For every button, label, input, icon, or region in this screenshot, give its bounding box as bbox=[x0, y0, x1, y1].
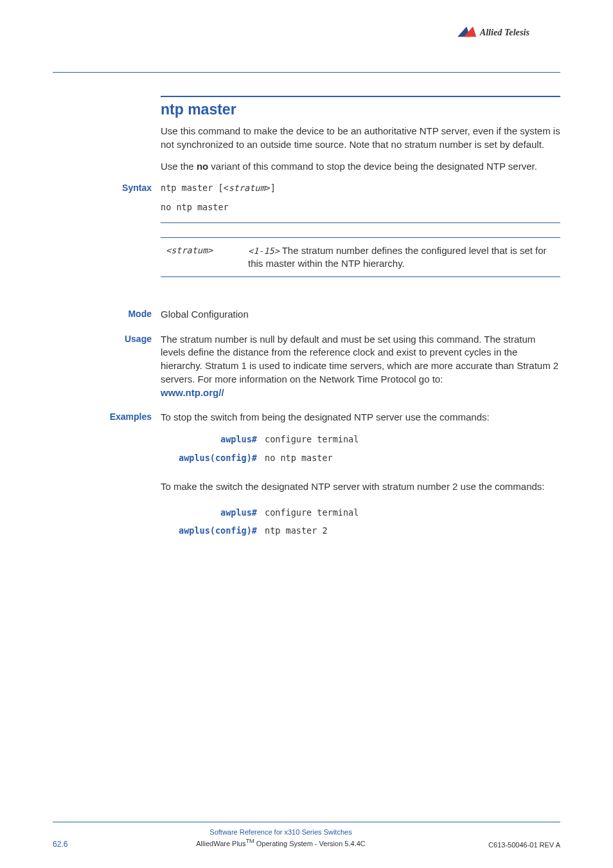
code: > bbox=[274, 246, 280, 256]
page-header: Allied Telesis bbox=[53, 24, 560, 60]
text: Operating System - Version 5.4.4C bbox=[254, 840, 366, 847]
angle-bracket: < bbox=[166, 245, 171, 255]
footer-center: Software Reference for x310 Series Switc… bbox=[91, 827, 470, 849]
table-row: awplus# configure terminal bbox=[162, 504, 559, 521]
text: AlliedWare Plus bbox=[196, 840, 245, 847]
usage-text: The stratum number is null by default an… bbox=[161, 334, 558, 384]
command: configure terminal bbox=[265, 504, 559, 521]
param-desc-cell: <1-15> The stratum number defines the co… bbox=[243, 238, 560, 277]
param-description: The stratum number defines the configure… bbox=[248, 245, 547, 269]
command-table-2: awplus# configure terminal awplus(config… bbox=[161, 503, 560, 541]
syntax-line-1: ntp master [<stratum>] bbox=[161, 183, 560, 193]
text: variant of this command to stop the devi… bbox=[208, 161, 537, 172]
page-number: 62.6 bbox=[53, 840, 91, 849]
allied-telesis-logo-icon: Allied Telesis bbox=[458, 24, 560, 41]
command: configure terminal bbox=[265, 431, 559, 448]
main-content: ntp master Use this command to make the … bbox=[161, 96, 560, 541]
prompt: awplus(config)# bbox=[162, 449, 263, 467]
no-keyword: no bbox=[197, 161, 208, 172]
prompt: awplus# bbox=[162, 504, 263, 521]
command: ntp master 2 bbox=[265, 522, 559, 539]
command: no ntp master bbox=[265, 449, 559, 467]
trademark: TM bbox=[245, 838, 254, 844]
intro-paragraph-2: Use the no variant of this command to st… bbox=[161, 160, 560, 174]
example-intro-2: To make the switch the designated NTP se… bbox=[161, 480, 560, 494]
code: < bbox=[248, 246, 253, 256]
command-title: ntp master bbox=[161, 96, 560, 118]
revision-code: C613-50046-01 REV A bbox=[470, 841, 560, 849]
syntax-line-2: no ntp master bbox=[161, 202, 560, 212]
page-footer: 62.6 Software Reference for x310 Series … bbox=[53, 822, 560, 849]
prompt: awplus(config)# bbox=[162, 522, 263, 539]
mode-value: Global Configuration bbox=[161, 309, 249, 320]
usage-label: Usage bbox=[53, 333, 152, 345]
syntax-label: Syntax bbox=[53, 183, 152, 193]
brand-logo: Allied Telesis bbox=[458, 24, 560, 41]
prompt: awplus# bbox=[162, 431, 263, 448]
table-row: <stratum> <1-15> The stratum number defi… bbox=[161, 238, 560, 277]
ntp-org-link[interactable]: www.ntp.org// bbox=[161, 387, 224, 398]
svg-text:Allied Telesis: Allied Telesis bbox=[479, 27, 530, 37]
code: ntp master [< bbox=[161, 183, 229, 193]
code: >] bbox=[265, 183, 276, 193]
intro-paragraph-1: Use this command to make the device to b… bbox=[161, 125, 560, 151]
footer-line-1: Software Reference for x310 Series Switc… bbox=[91, 827, 470, 837]
parameter-table: <stratum> <1-15> The stratum number defi… bbox=[161, 222, 560, 290]
example-intro-1: To stop the switch from being the design… bbox=[161, 411, 490, 422]
command-table-1: awplus# configure terminal awplus(config… bbox=[161, 429, 560, 467]
angle-bracket: > bbox=[208, 245, 213, 255]
syntax-section: Syntax ntp master [<stratum>] no ntp mas… bbox=[161, 183, 560, 212]
footer-line-2: AlliedWare PlusTM Operating System - Ver… bbox=[91, 837, 470, 849]
examples-label: Examples bbox=[53, 411, 152, 423]
param-name: stratum bbox=[171, 245, 208, 255]
param-name-cell: <stratum> bbox=[161, 238, 243, 277]
mode-section: Mode Global Configuration bbox=[161, 308, 560, 321]
table-row: awplus(config)# no ntp master bbox=[162, 449, 559, 467]
table-row: awplus(config)# ntp master 2 bbox=[162, 522, 559, 539]
code: 1-15 bbox=[253, 246, 274, 256]
mode-label: Mode bbox=[53, 308, 152, 320]
examples-section: Examples To stop the switch from being t… bbox=[161, 411, 560, 541]
param-range: <1-15> bbox=[248, 246, 280, 256]
table-row: awplus# configure terminal bbox=[162, 431, 559, 448]
header-rule bbox=[53, 72, 560, 73]
syntax-param: stratum bbox=[229, 183, 265, 193]
text: Use the bbox=[161, 161, 197, 172]
usage-section: Usage The stratum number is null by defa… bbox=[161, 333, 560, 399]
